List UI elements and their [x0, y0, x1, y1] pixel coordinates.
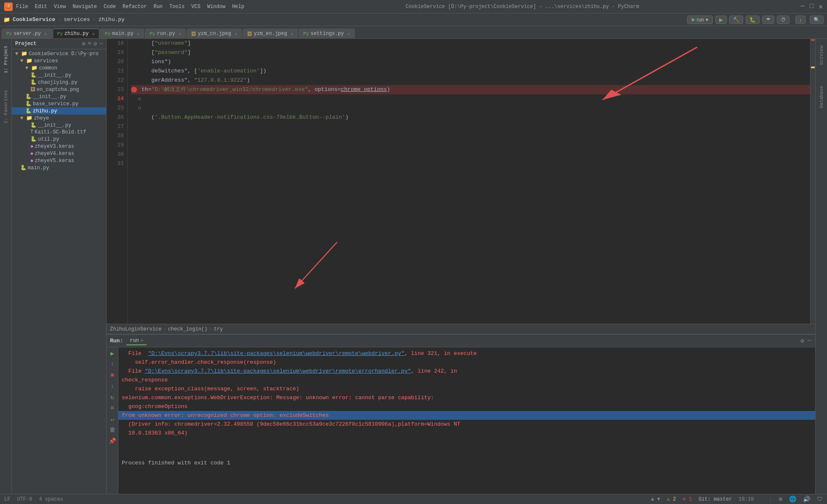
- menu-view[interactable]: View: [54, 4, 66, 10]
- bc-method[interactable]: check_login(): [168, 326, 208, 332]
- menu-vcs[interactable]: VCS: [191, 4, 201, 10]
- tab-zhihu-py-close[interactable]: ✕: [92, 31, 95, 37]
- fold-icon-28[interactable]: ⊟: [138, 104, 144, 113]
- run-rerun-btn[interactable]: ↻: [108, 393, 117, 401]
- project-breadcrumb-root[interactable]: CookieService: [13, 16, 55, 23]
- tab-run-py-close[interactable]: ✕: [179, 31, 182, 37]
- tree-item-init-zheye[interactable]: 🐍 __init__.py: [12, 122, 106, 129]
- tab-yzm-en-close[interactable]: ✕: [290, 31, 293, 37]
- run-down-btn[interactable]: ↓: [108, 382, 117, 390]
- vcs-update-button[interactable]: ↓: [795, 16, 806, 24]
- status-time: 18:10: [739, 496, 754, 502]
- menu-code[interactable]: Code: [104, 4, 116, 10]
- tree-item-kaiti[interactable]: T Kaiti-SC-Bold.ttf: [12, 129, 106, 136]
- code-text-23: gerAddress", "127.0.0.1:9222"): [138, 76, 250, 85]
- tree-item-zheyev3[interactable]: ◆ zheyeV3.keras: [12, 143, 106, 150]
- profile-button[interactable]: ⏱: [777, 16, 790, 24]
- sciview-tab[interactable]: SciView: [817, 42, 826, 68]
- tab-main-py[interactable]: Py main.py ✕: [100, 29, 144, 38]
- output-line-highlighted[interactable]: from unknown error: unrecognized chrome …: [118, 411, 815, 420]
- maximize-button[interactable]: □: [810, 3, 814, 11]
- taskbar-browser[interactable]: 🌐: [789, 496, 796, 503]
- close-button[interactable]: ✕: [819, 3, 823, 11]
- tab-run-py[interactable]: Py run.py ✕: [145, 29, 186, 38]
- bc-try[interactable]: try: [214, 326, 223, 332]
- tree-item-zheye[interactable]: ▼ 📁 zheye: [12, 115, 106, 122]
- tab-yzm-cn[interactable]: 🖼 yzm_cn.jpeg ✕: [187, 29, 242, 38]
- tab-settings-py[interactable]: Py settings.py ✕: [299, 29, 355, 38]
- tab-server-py-close[interactable]: ✕: [44, 31, 47, 37]
- run-scroll-btn[interactable]: ≡: [108, 404, 117, 412]
- tree-item-init-common[interactable]: 🐍 __init__.py: [12, 72, 106, 79]
- run-up-btn[interactable]: ↑: [108, 360, 117, 368]
- sidebar-settings-icon[interactable]: ⚙: [94, 40, 97, 47]
- run-clear-btn[interactable]: 🗑: [108, 426, 117, 434]
- fold-icon-27[interactable]: ⊟: [138, 94, 144, 104]
- run-output[interactable]: File "D:\Evns\scrapy3.7.7\lib\site-packa…: [118, 347, 815, 494]
- tree-item-main-py[interactable]: 🐍 main.py: [12, 164, 106, 171]
- bc-class[interactable]: ZhihuLoginService: [110, 326, 161, 332]
- menu-refactor[interactable]: Refactor: [123, 4, 147, 10]
- tree-item-base-service[interactable]: 🐍 base_service.py: [12, 100, 106, 107]
- menu-file[interactable]: File: [16, 4, 28, 10]
- output-text-6: selenium.common.exceptions.WebDriverExce…: [122, 393, 434, 402]
- menu-help[interactable]: Help: [232, 4, 244, 10]
- output-link-1[interactable]: "D:\Evns\scrapy3.7.7\lib\site-packages\s…: [148, 350, 404, 357]
- build-button[interactable]: 🔨: [729, 16, 743, 24]
- tree-item-en-captcha[interactable]: 🖼 en_captcha.png: [12, 86, 106, 93]
- py-icon-zhihu: 🐍: [25, 108, 32, 114]
- run-play-btn[interactable]: ▶: [108, 349, 117, 357]
- tree-item-zheyev5[interactable]: ◆ zheyeV5.keras: [12, 157, 106, 164]
- tab-yzm-cn-close[interactable]: ✕: [235, 31, 238, 37]
- tab-main-py-close[interactable]: ✕: [137, 31, 140, 37]
- menu-tools[interactable]: Tools: [169, 4, 185, 10]
- code-content[interactable]: ["username"] ["password"]: [128, 39, 810, 324]
- run-config-selector[interactable]: ▶ run ▾: [687, 16, 713, 24]
- menu-run[interactable]: Run: [153, 4, 163, 10]
- run-wrap-btn[interactable]: ↵: [108, 415, 117, 423]
- sidebar-gear-icon[interactable]: ⚙: [82, 40, 86, 47]
- output-link-2[interactable]: "D:\Evns\scrapy3.7.7\lib\site-packages\s…: [145, 368, 411, 374]
- search-everywhere-button[interactable]: 🔍: [810, 16, 824, 24]
- tab-yzm-en[interactable]: 🖼 yzm_en.jpeg ✕: [243, 29, 298, 38]
- tree-item-services[interactable]: ▼ 📁 services: [12, 57, 106, 64]
- run-pin-btn[interactable]: 📌: [108, 437, 117, 445]
- project-breadcrumb-file[interactable]: zhihu.py: [98, 16, 124, 23]
- minimize-button[interactable]: ─: [800, 3, 805, 11]
- run-button[interactable]: ▶: [715, 16, 727, 24]
- tree-item-chaojiying[interactable]: 🐍 chaojiying.py: [12, 79, 106, 86]
- tree-item-util[interactable]: 🐍 util.py: [12, 136, 106, 143]
- sidebar-minimize-icon[interactable]: ─: [99, 40, 103, 47]
- run-stop-btn[interactable]: ■: [108, 371, 117, 379]
- taskbar-windows[interactable]: ⊞: [779, 496, 782, 503]
- tree-item-zheyev4[interactable]: ◆ zheyeV4.keras: [12, 150, 106, 157]
- run-tab[interactable]: run ✕: [126, 337, 147, 345]
- project-breadcrumb-services[interactable]: services: [64, 16, 90, 23]
- menu-window[interactable]: Window: [207, 4, 225, 10]
- taskbar-volume[interactable]: 🔊: [803, 496, 810, 503]
- tree-item-cookieservice[interactable]: ▼ 📁 CookieService D:\Py-pro: [12, 50, 106, 57]
- coverage-button[interactable]: ☂: [762, 16, 774, 24]
- menu-edit[interactable]: Edit: [35, 4, 47, 10]
- debug-button[interactable]: 🐛: [746, 16, 760, 24]
- run-minimize-button[interactable]: ─: [807, 336, 812, 345]
- favorites-vertical-tab[interactable]: 2: Favorites: [2, 87, 10, 127]
- project-folder-icon: ▼ 📁: [15, 51, 27, 57]
- code-editor[interactable]: 18 19 20 21 22 23 24 25 26 27 28 29 30 3…: [107, 39, 815, 324]
- tab-server-py[interactable]: Py server.py ✕: [2, 29, 52, 38]
- status-arrows[interactable]: ▲ ▼: [651, 496, 660, 502]
- run-settings-button[interactable]: ⚙: [800, 336, 805, 345]
- project-vertical-tab[interactable]: 1: Project: [2, 42, 10, 77]
- tab-zhihu-py[interactable]: Py zhihu.py ✕: [53, 29, 99, 38]
- taskbar-shield[interactable]: 🛡: [817, 496, 823, 503]
- status-git[interactable]: Git: master: [699, 496, 732, 502]
- sidebar-expand-icon[interactable]: ≡: [88, 40, 91, 47]
- run-tab-close[interactable]: ✕: [141, 338, 144, 343]
- tree-item-zhihu[interactable]: 🐍 zhihu.py: [12, 107, 106, 115]
- editor-scrollbar[interactable]: [810, 39, 815, 324]
- tab-settings-py-close[interactable]: ✕: [347, 31, 350, 37]
- tree-item-common[interactable]: ▼ 📁 common: [12, 64, 106, 72]
- menu-navigate[interactable]: Navigate: [72, 4, 97, 10]
- tree-item-init-services[interactable]: 🐍 __init__.py: [12, 93, 106, 100]
- database-tab[interactable]: Database: [817, 83, 826, 112]
